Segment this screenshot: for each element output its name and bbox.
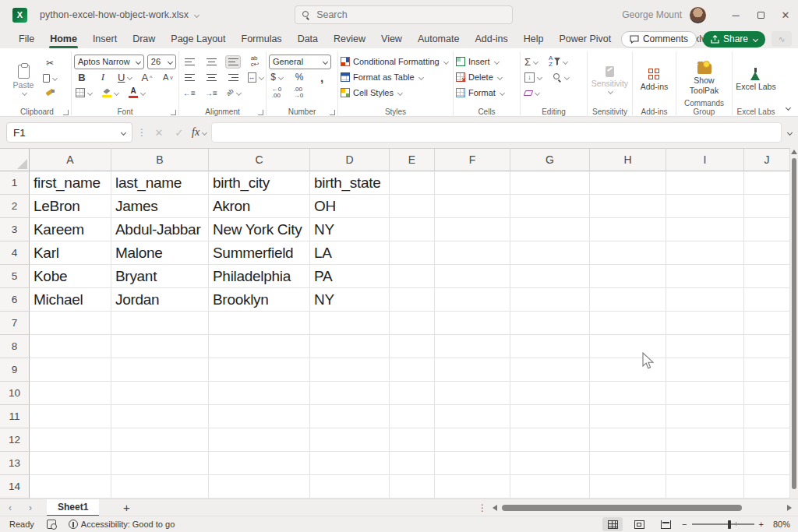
cell-D7[interactable] bbox=[310, 312, 390, 335]
row-header-11[interactable]: 11 bbox=[0, 405, 30, 428]
middle-align-button[interactable] bbox=[203, 55, 219, 69]
cell-D11[interactable] bbox=[310, 405, 390, 428]
cell-F1[interactable] bbox=[435, 171, 510, 195]
cell-G6[interactable] bbox=[510, 288, 590, 312]
cell-G11[interactable] bbox=[510, 405, 590, 428]
cell-B13[interactable] bbox=[111, 452, 209, 475]
cell-H13[interactable] bbox=[590, 452, 666, 475]
column-header-G[interactable]: G bbox=[510, 149, 590, 171]
menu-tab-insert[interactable]: Insert bbox=[85, 30, 125, 48]
cell-J13[interactable] bbox=[744, 452, 790, 475]
cell-G10[interactable] bbox=[510, 382, 590, 405]
menu-tab-file[interactable]: File bbox=[11, 30, 42, 48]
cell-F2[interactable] bbox=[435, 195, 510, 218]
cell-J11[interactable] bbox=[744, 405, 790, 428]
zoom-level[interactable]: 80% bbox=[773, 520, 790, 529]
decrease-font-button[interactable]: Av bbox=[160, 71, 175, 84]
cell-C7[interactable] bbox=[209, 312, 310, 335]
column-header-H[interactable]: H bbox=[590, 149, 666, 171]
cell-C5[interactable]: Philadelphia bbox=[209, 265, 310, 288]
cell-J4[interactable] bbox=[744, 241, 790, 265]
row-header-13[interactable]: 13 bbox=[0, 452, 30, 475]
cell-H12[interactable] bbox=[590, 428, 666, 452]
cut-button[interactable]: ✂ bbox=[41, 56, 58, 69]
cell-A4[interactable]: Karl bbox=[30, 241, 111, 265]
cell-H9[interactable] bbox=[590, 358, 666, 382]
cell-C1[interactable]: birth_city bbox=[209, 171, 310, 195]
borders-button[interactable] bbox=[74, 86, 94, 100]
alignment-dialog-launcher[interactable] bbox=[258, 110, 263, 115]
increase-font-button[interactable]: A^ bbox=[139, 71, 154, 84]
cell-E7[interactable] bbox=[390, 312, 435, 335]
cell-D6[interactable]: NY bbox=[310, 288, 390, 312]
cell-J6[interactable] bbox=[744, 288, 790, 312]
cell-I12[interactable] bbox=[666, 428, 744, 452]
cell-B4[interactable]: Malone bbox=[111, 241, 209, 265]
font-dialog-launcher[interactable] bbox=[171, 110, 176, 115]
cell-B7[interactable] bbox=[111, 312, 209, 335]
menu-tab-page-layout[interactable]: Page Layout bbox=[163, 30, 233, 48]
column-header-J[interactable]: J bbox=[744, 149, 790, 171]
page-break-view-button[interactable] bbox=[655, 517, 676, 531]
cell-G13[interactable] bbox=[510, 452, 590, 475]
comments-button[interactable]: Comments bbox=[621, 31, 697, 48]
cell-D4[interactable]: LA bbox=[310, 241, 390, 265]
cell-B11[interactable] bbox=[111, 405, 209, 428]
cell-F12[interactable] bbox=[435, 428, 510, 452]
autosum-button[interactable]: Σ bbox=[523, 55, 539, 69]
delete-cells-button[interactable]: Delete bbox=[456, 70, 504, 84]
cell-I6[interactable] bbox=[666, 288, 744, 312]
cell-H8[interactable] bbox=[590, 335, 666, 358]
menu-tab-help[interactable]: Help bbox=[516, 30, 552, 48]
cell-I7[interactable] bbox=[666, 312, 744, 335]
cell-B5[interactable]: Bryant bbox=[111, 265, 209, 288]
menu-tab-power-pivot[interactable]: Power Pivot bbox=[552, 30, 620, 48]
cell-G14[interactable] bbox=[510, 475, 590, 499]
cell-B3[interactable]: Abdul-Jabbar bbox=[111, 218, 209, 241]
minimize-button[interactable]: ─ bbox=[723, 0, 748, 30]
column-header-C[interactable]: C bbox=[209, 149, 310, 171]
cell-E4[interactable] bbox=[390, 241, 435, 265]
cell-H2[interactable] bbox=[590, 195, 666, 218]
macro-record-button[interactable] bbox=[47, 520, 56, 529]
column-header-D[interactable]: D bbox=[310, 149, 390, 171]
bottom-align-button[interactable] bbox=[225, 55, 241, 69]
vertical-scrollbar[interactable] bbox=[790, 148, 798, 499]
cell-B14[interactable] bbox=[111, 475, 209, 499]
cell-E8[interactable] bbox=[390, 335, 435, 358]
cell-C11[interactable] bbox=[209, 405, 310, 428]
sensitivity-button[interactable]: Sensitivity bbox=[590, 53, 630, 106]
share-button[interactable]: Share bbox=[703, 31, 765, 48]
formula-input[interactable] bbox=[211, 122, 782, 143]
sort-filter-button[interactable]: AZ bbox=[547, 55, 569, 69]
cell-E3[interactable] bbox=[390, 218, 435, 241]
add-sheet-button[interactable]: + bbox=[113, 501, 139, 514]
cell-A9[interactable] bbox=[30, 358, 111, 382]
cell-B12[interactable] bbox=[111, 428, 209, 452]
cell-J3[interactable] bbox=[744, 218, 790, 241]
clear-button[interactable] bbox=[523, 86, 541, 100]
cell-B6[interactable]: Jordan bbox=[111, 288, 209, 312]
cell-D12[interactable] bbox=[310, 428, 390, 452]
document-title[interactable]: python-excel-how-object-work.xlsx bbox=[40, 9, 199, 20]
cell-I11[interactable] bbox=[666, 405, 744, 428]
cell-H10[interactable] bbox=[590, 382, 666, 405]
cell-A3[interactable]: Kareem bbox=[30, 218, 111, 241]
cell-F10[interactable] bbox=[435, 382, 510, 405]
cell-F8[interactable] bbox=[435, 335, 510, 358]
merge-center-button[interactable]: ↔ bbox=[247, 71, 263, 84]
font-size-combo[interactable]: 26 bbox=[147, 55, 176, 69]
addins-button[interactable]: Add-ins bbox=[635, 53, 673, 106]
cell-D2[interactable]: OH bbox=[310, 195, 390, 218]
normal-view-button[interactable] bbox=[602, 517, 623, 531]
cell-A6[interactable]: Michael bbox=[30, 288, 111, 312]
cell-G9[interactable] bbox=[510, 358, 590, 382]
search-input[interactable] bbox=[316, 9, 506, 20]
cell-A12[interactable] bbox=[30, 428, 111, 452]
cell-F6[interactable] bbox=[435, 288, 510, 312]
cell-G2[interactable] bbox=[510, 195, 590, 218]
cell-H1[interactable] bbox=[590, 171, 666, 195]
orientation-button[interactable]: ab bbox=[225, 86, 242, 100]
decrease-decimal-button[interactable]: .00→0 bbox=[291, 86, 306, 100]
cell-I4[interactable] bbox=[666, 241, 744, 265]
